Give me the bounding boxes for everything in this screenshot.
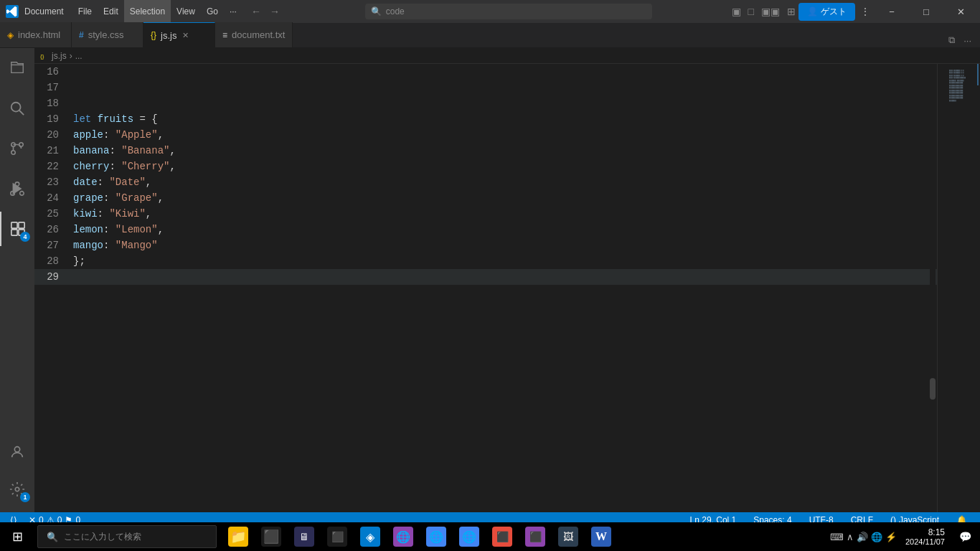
clock[interactable]: 8:15 2024/11/07 bbox=[905, 527, 951, 546]
svg-rect-10 bbox=[19, 222, 24, 228]
tab-name-txt: document.txt bbox=[232, 29, 285, 40]
menu-view[interactable]: View bbox=[171, 0, 201, 23]
search-input-label: code bbox=[386, 6, 646, 17]
code-line-17[interactable]: 17 bbox=[34, 80, 937, 95]
code-line-16[interactable]: 16 bbox=[34, 64, 937, 80]
code-line-28[interactable]: 28}; bbox=[34, 253, 937, 269]
line-number-24: 24 bbox=[34, 190, 70, 206]
line-code-25: kiwi: "Kiwi", bbox=[70, 206, 151, 222]
tray-battery[interactable]: ⚡ bbox=[885, 532, 897, 542]
guest-button[interactable]: 👤 ゲスト bbox=[798, 3, 855, 21]
taskbar-app-red[interactable]: ⬛ bbox=[486, 522, 518, 551]
layout-btn-2[interactable]: □ bbox=[745, 4, 757, 19]
menu-go[interactable]: Go bbox=[201, 0, 224, 23]
taskbar-app-purple2[interactable]: ⬛ bbox=[519, 522, 551, 551]
activity-settings[interactable]: 1 bbox=[0, 472, 34, 507]
tab-name-html: index.html bbox=[18, 29, 60, 40]
activity-source-control[interactable] bbox=[0, 131, 34, 166]
tray-sound[interactable]: 🔊 bbox=[857, 532, 868, 542]
menu-selection[interactable]: Selection bbox=[124, 0, 171, 23]
code-line-24[interactable]: 24 grape: "Grape", bbox=[34, 190, 937, 206]
line-number-18: 18 bbox=[34, 95, 70, 111]
tray-keyboard[interactable]: ⌨ bbox=[830, 532, 844, 542]
code-line-20[interactable]: 20 apple: "Apple", bbox=[34, 127, 937, 143]
activity-explorer[interactable] bbox=[0, 51, 34, 85]
code-line-26[interactable]: 26 lemon: "Lemon", bbox=[34, 222, 937, 237]
line-code-17 bbox=[70, 80, 73, 95]
menu-edit[interactable]: Edit bbox=[98, 0, 124, 23]
activity-bar: 4 1 bbox=[0, 48, 34, 512]
activity-run-debug[interactable] bbox=[0, 171, 34, 206]
taskbar-app-terminal[interactable]: ⬛ bbox=[255, 522, 287, 551]
menu-file[interactable]: File bbox=[72, 0, 98, 23]
tab-style-css[interactable]: # style.css bbox=[72, 22, 143, 47]
code-line-18[interactable]: 18 bbox=[34, 95, 937, 111]
layout-btn-4[interactable]: ⊞ bbox=[784, 4, 798, 19]
tab-icon-txt: ≡ bbox=[222, 30, 227, 40]
scrollbar-thumb[interactable] bbox=[930, 378, 936, 400]
taskbar-app-photos[interactable]: 🖼 bbox=[552, 522, 584, 551]
code-line-21[interactable]: 21 banana: "Banana", bbox=[34, 143, 937, 159]
code-line-23[interactable]: 23 date: "Date", bbox=[34, 174, 937, 190]
tray-network[interactable]: 🌐 bbox=[871, 532, 882, 542]
minimize-button[interactable]: − bbox=[875, 0, 908, 23]
taskbar-app-explorer[interactable]: 📁 bbox=[222, 522, 254, 551]
code-line-25[interactable]: 25 kiwi: "Kiwi", bbox=[34, 206, 937, 222]
nav-forward[interactable]: → bbox=[267, 4, 283, 19]
taskbar-search-icon: 🔍 bbox=[47, 532, 58, 542]
extensions-badge: 4 bbox=[20, 232, 30, 242]
nav-back[interactable]: ← bbox=[248, 4, 264, 19]
svg-line-1 bbox=[19, 110, 24, 115]
notification-button[interactable]: 💬 bbox=[953, 531, 977, 542]
minimap-scroll bbox=[977, 64, 979, 85]
taskbar-app-icon-explorer: 📁 bbox=[228, 527, 248, 547]
taskbar-search[interactable]: 🔍 ここに入力して検索 bbox=[37, 525, 217, 548]
start-button[interactable]: ⊞ bbox=[0, 522, 34, 551]
line-code-24: grape: "Grape", bbox=[70, 190, 164, 206]
code-line-19[interactable]: 19let fruits = { bbox=[34, 111, 937, 127]
svg-text:{}: {} bbox=[40, 53, 44, 60]
layout-btn-1[interactable]: ▣ bbox=[729, 4, 744, 19]
code-body[interactable]: 16171819let fruits = {20 apple: "Apple",… bbox=[34, 64, 937, 512]
tabs-more-btn[interactable]: ··· bbox=[961, 34, 974, 47]
activity-search[interactable] bbox=[0, 91, 34, 126]
nav-buttons: ← → bbox=[242, 4, 288, 19]
tab-js-js[interactable]: {} js.js ✕ bbox=[143, 22, 215, 47]
taskbar-app-icon-word: W bbox=[591, 527, 611, 547]
tab-name-js: js.js bbox=[161, 30, 176, 41]
taskbar-app-4[interactable]: ⬛ bbox=[321, 522, 353, 551]
tab-document-txt[interactable]: ≡ document.txt bbox=[215, 22, 293, 47]
code-line-29[interactable]: 29 bbox=[34, 269, 937, 285]
activity-account[interactable] bbox=[0, 435, 34, 469]
line-code-23: date: "Date", bbox=[70, 174, 151, 190]
line-code-29 bbox=[70, 269, 73, 285]
code-line-27[interactable]: 27 mango: "Mango" bbox=[34, 237, 937, 253]
taskbar-apps: 📁 ⬛ 🖥 ⬛ ◈ 🌐 🌐 🌐 ⬛ ⬛ 🖼 bbox=[222, 522, 617, 551]
activity-extensions[interactable]: 4 bbox=[0, 212, 34, 246]
taskbar-app-3[interactable]: 🖥 bbox=[288, 522, 320, 551]
taskbar-app-word[interactable]: W bbox=[585, 522, 617, 551]
code-line-22[interactable]: 22 cherry: "Cherry", bbox=[34, 159, 937, 174]
taskbar-right: ⌨ ∧ 🔊 🌐 ⚡ 8:15 2024/11/07 💬 bbox=[824, 527, 980, 546]
tray-chevron[interactable]: ∧ bbox=[847, 532, 854, 542]
remote-button[interactable]: ⋮ bbox=[857, 6, 874, 17]
search-icon: 🔍 bbox=[371, 6, 382, 17]
svg-point-3 bbox=[11, 151, 16, 155]
tab-index-html[interactable]: ◈ index.html bbox=[0, 22, 72, 47]
taskbar-app-vscode[interactable]: ◈ bbox=[354, 522, 386, 551]
split-editor-btn[interactable]: ⧉ bbox=[946, 33, 958, 47]
system-tray: ⌨ ∧ 🔊 🌐 ⚡ bbox=[824, 532, 903, 542]
close-button[interactable]: ✕ bbox=[944, 0, 977, 23]
taskbar-app-browser-purple[interactable]: 🌐 bbox=[387, 522, 419, 551]
layout-btn-3[interactable]: ▣▣ bbox=[758, 4, 783, 19]
tab-close-js[interactable]: ✕ bbox=[182, 31, 189, 40]
taskbar-app-browser-alt[interactable]: 🌐 bbox=[453, 522, 485, 551]
window-controls: 👤 ゲスト ⋮ − □ ✕ bbox=[798, 0, 980, 23]
scrollbar-track[interactable] bbox=[930, 64, 936, 512]
taskbar-app-chrome[interactable]: 🌐 bbox=[420, 522, 452, 551]
line-code-27: mango: "Mango" bbox=[70, 237, 158, 253]
menu-more[interactable]: ··· bbox=[224, 6, 242, 17]
maximize-button[interactable]: □ bbox=[910, 0, 943, 23]
taskbar-app-icon-red: ⬛ bbox=[492, 527, 512, 547]
search-bar[interactable]: 🔍 code bbox=[365, 4, 652, 19]
